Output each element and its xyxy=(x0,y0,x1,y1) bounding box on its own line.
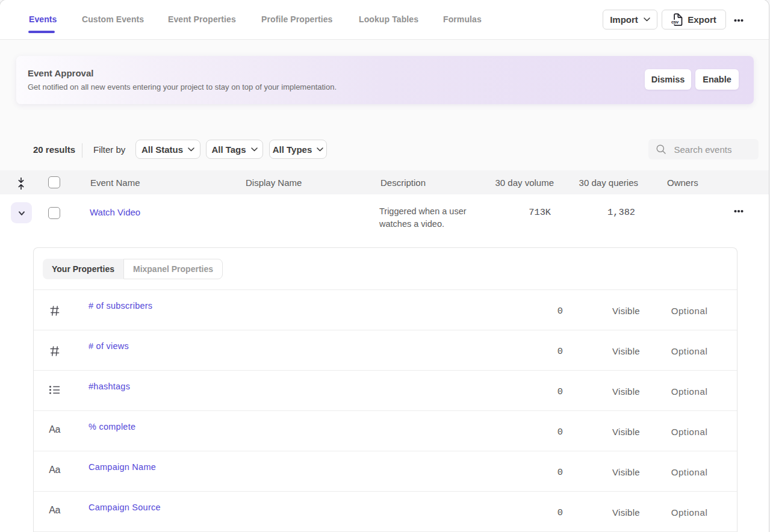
svg-text:csv: csv xyxy=(671,19,679,25)
